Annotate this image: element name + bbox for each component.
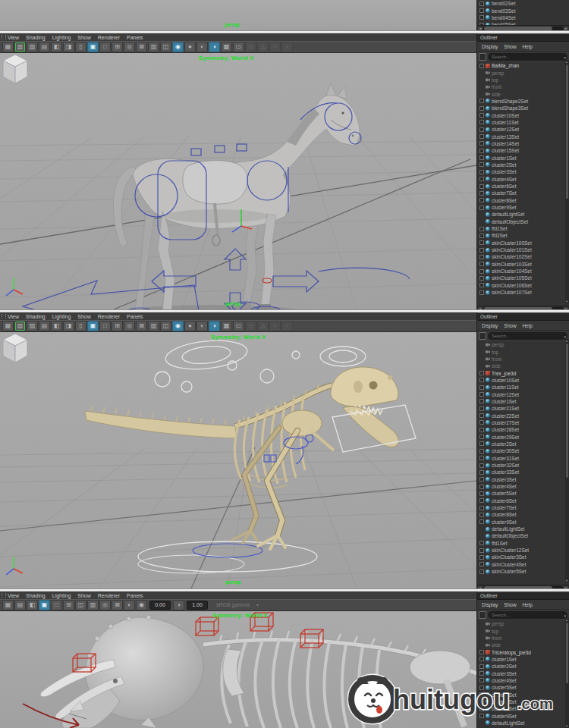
vertical-scrollbar[interactable] xyxy=(565,60,569,303)
toolbar-icon[interactable]: ◉ xyxy=(172,321,184,331)
gamma-icon[interactable]: ◑ xyxy=(173,600,184,610)
outliner-item[interactable]: skinCluster3Set xyxy=(477,554,569,560)
checkbox[interactable] xyxy=(479,155,484,160)
outliner-item[interactable]: cluster4Set xyxy=(477,677,569,684)
checkbox[interactable] xyxy=(479,248,484,253)
toolbar-icon[interactable]: ⊠ xyxy=(136,42,147,52)
outliner-item[interactable]: cluster31Set xyxy=(477,455,569,462)
outliner-menu-item[interactable]: Display xyxy=(482,323,498,328)
foot-controller[interactable] xyxy=(193,544,262,557)
toolbar-icon[interactable]: ◎ xyxy=(99,600,111,610)
outliner-item[interactable]: cluster3Set xyxy=(477,168,569,175)
outliner-menu-item[interactable]: Display xyxy=(482,44,498,49)
toolbar-icon[interactable]: ▦ xyxy=(2,42,14,52)
checkbox[interactable] xyxy=(479,428,484,432)
toolbar-icon[interactable]: ◧ xyxy=(27,600,38,610)
checkbox[interactable] xyxy=(479,64,484,68)
checkbox[interactable] xyxy=(479,15,484,20)
viewport-menu-item[interactable]: Panels xyxy=(127,314,143,319)
toolbar-icon[interactable]: ◑ xyxy=(209,321,220,331)
outliner-item[interactable]: cluster3Set xyxy=(477,476,569,483)
outliner-item[interactable]: cluster7Set xyxy=(477,190,569,196)
checkbox[interactable] xyxy=(479,562,484,566)
outliner-item[interactable]: cluster2Set xyxy=(477,663,569,670)
search-input[interactable]: Search... xyxy=(488,332,567,340)
outliner-item[interactable]: cluster30Set xyxy=(477,447,569,454)
checkbox[interactable] xyxy=(479,714,484,718)
toolbar-icon[interactable]: ⊞ xyxy=(112,321,123,331)
outliner-item[interactable]: cluster27Set xyxy=(477,419,569,426)
outliner-item[interactable]: cluster7Set xyxy=(477,504,569,511)
outliner-item[interactable]: cluster8Set xyxy=(477,197,569,204)
checkbox[interactable] xyxy=(479,498,484,503)
checkbox[interactable] xyxy=(479,671,484,676)
outliner-item[interactable]: top xyxy=(477,348,569,355)
outliner-item[interactable]: cluster6Set xyxy=(477,691,569,698)
viewport-menu-item[interactable]: Lighting xyxy=(52,314,71,319)
outliner-item[interactable]: persp xyxy=(477,341,569,348)
checkbox[interactable] xyxy=(479,441,484,446)
toolbar-icon[interactable]: ▭ xyxy=(233,321,244,331)
filter-icon[interactable] xyxy=(479,611,486,619)
outliner-item[interactable]: ffd1Set xyxy=(477,225,569,232)
outliner-item[interactable]: bend02Set xyxy=(477,0,569,7)
outliner-item[interactable]: cluster2Set xyxy=(477,162,569,168)
toolbar-icon[interactable]: ◧ xyxy=(51,321,62,331)
outliner-item[interactable]: cluster21Set xyxy=(477,405,569,412)
checkbox[interactable] xyxy=(479,269,484,274)
checkbox[interactable] xyxy=(479,392,484,397)
outliner-item[interactable]: cluster22Set xyxy=(477,412,569,419)
toolbar-icon[interactable]: ▨ xyxy=(27,321,38,331)
outliner-item[interactable]: skinCluster102Set xyxy=(477,253,569,260)
checkbox[interactable] xyxy=(479,227,484,231)
checkbox[interactable] xyxy=(479,686,484,690)
checkbox[interactable] xyxy=(479,477,484,482)
checkbox[interactable] xyxy=(479,385,484,390)
outliner-item[interactable]: ffd1Set xyxy=(477,540,569,547)
view-cube[interactable] xyxy=(0,332,30,366)
toolbar-icon[interactable]: ◎ xyxy=(124,321,135,331)
checkbox[interactable] xyxy=(479,491,484,496)
viewport-canvas[interactable]: Symmetry: World X xyxy=(0,611,476,728)
outliner-item[interactable]: cluster10Set xyxy=(477,111,569,118)
outliner-item[interactable]: blendShape2Set xyxy=(477,98,569,105)
checkbox[interactable] xyxy=(479,692,484,697)
checkbox[interactable] xyxy=(479,290,484,295)
toolbar-icon[interactable]: ◫ xyxy=(160,321,171,331)
checkbox[interactable] xyxy=(479,449,484,453)
scrollbar-thumb[interactable] xyxy=(566,623,568,683)
toolbar-icon[interactable]: ◑ xyxy=(209,42,220,52)
outliner-item[interactable]: blendShape3Set xyxy=(477,105,569,111)
outliner-item[interactable]: cluster4Set xyxy=(477,176,569,183)
checkbox[interactable] xyxy=(479,456,484,460)
toolbar-icon[interactable]: ▩ xyxy=(221,321,232,331)
horse-model[interactable] xyxy=(113,83,360,309)
scrollbar-thumb[interactable] xyxy=(566,344,568,478)
toolbar-icon[interactable]: ▣ xyxy=(39,600,50,610)
checkbox[interactable] xyxy=(479,463,484,468)
toolbar-icon[interactable]: ▫ xyxy=(281,321,293,331)
outliner-menu-item[interactable]: Show xyxy=(504,323,516,328)
checkbox[interactable] xyxy=(479,664,484,669)
outliner-item[interactable]: front xyxy=(477,356,569,362)
checkbox[interactable] xyxy=(479,276,484,281)
triceratops-skeleton-model[interactable] xyxy=(40,615,476,728)
outliner-item[interactable]: cluster8Set xyxy=(477,705,569,712)
toolbar-icon[interactable]: ◇ xyxy=(245,42,256,52)
toolbar-icon[interactable]: ◨ xyxy=(63,321,74,331)
toolbar-icon[interactable]: ◇ xyxy=(245,321,256,331)
checkbox[interactable] xyxy=(479,127,484,132)
checkbox[interactable] xyxy=(479,707,484,711)
toolbar-icon[interactable]: ◐ xyxy=(196,42,208,52)
outliner-item[interactable]: side xyxy=(477,362,569,369)
toolbar-icon[interactable]: ▦ xyxy=(2,321,14,331)
view-transform-dropdown[interactable]: sRGB gamma xyxy=(213,601,260,609)
outliner-item[interactable]: cluster8Set xyxy=(477,511,569,518)
outliner-item[interactable]: cluster1Set xyxy=(477,398,569,405)
outliner-item[interactable]: cluster15Set xyxy=(477,147,569,154)
outliner-item[interactable]: cluster1Set xyxy=(477,154,569,161)
outliner-item[interactable]: cluster12Set xyxy=(477,391,569,397)
toolbar-icon[interactable]: ▣ xyxy=(87,42,99,52)
toolbar-icon[interactable]: ▤ xyxy=(39,321,50,331)
checkbox[interactable] xyxy=(479,420,484,425)
